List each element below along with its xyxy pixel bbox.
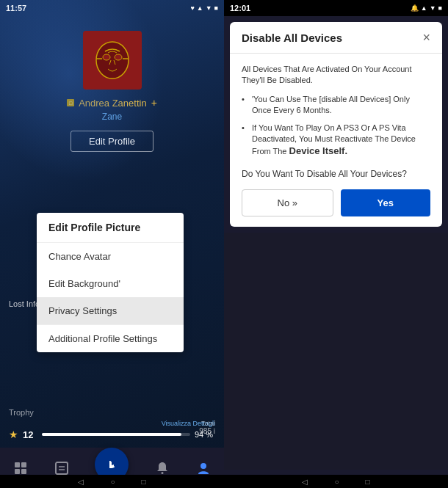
svg-point-14 <box>162 472 164 474</box>
trophy-progress-fill <box>42 433 181 436</box>
svg-point-0 <box>96 42 129 79</box>
dialog-close-button[interactable]: × <box>422 31 430 44</box>
dropdown-item-avatar[interactable]: Chance Avatar <box>37 243 184 270</box>
status-bar-right: 12:01 🔔 ▲ ▼ ■ <box>224 0 448 16</box>
ps-plus-small-icon: □ <box>67 99 74 106</box>
dialog-body: All Devices That Are Activated On Your A… <box>230 54 442 227</box>
wifi-right-icon: ▲ <box>421 4 427 12</box>
dialog-bullet-2: If You Want To Play On A PS3 Or A PS Vit… <box>242 123 430 159</box>
trophy-star-icon: ★ <box>9 429 18 440</box>
avatar-frame <box>83 31 142 90</box>
time-right: 12:01 <box>230 4 250 12</box>
trophy-label: Trophy <box>9 408 215 417</box>
recents-button-right[interactable]: □ <box>366 478 370 486</box>
svg-point-1 <box>103 54 110 60</box>
status-icons-right: 🔔 ▲ ▼ ■ <box>411 4 442 12</box>
trophy-section: Trophy Visualizza Dettagli ★ 12 94 % <box>0 408 224 440</box>
android-nav-right: ◁ ○ □ <box>224 475 448 488</box>
dropdown-item-background[interactable]: Edit Background' <box>37 270 184 297</box>
dialog-intro-text: All Devices That Are Activated On Your A… <box>242 64 430 87</box>
svg-point-2 <box>115 54 122 60</box>
trophy-total-section: Total 985 i <box>199 420 215 435</box>
android-nav-left: ◁ ○ □ <box>0 475 224 488</box>
recents-button[interactable]: □ <box>142 478 146 486</box>
games-icon <box>13 461 28 476</box>
svg-rect-11 <box>56 462 68 474</box>
trophy-progress-bar <box>42 433 190 436</box>
right-panel: 12:01 🔔 ▲ ▼ ■ Disable All Devices × All … <box>224 0 448 488</box>
disable-devices-dialog: Disable All Devices × All Devices That A… <box>230 22 442 227</box>
dialog-title: Disable All Devices <box>242 32 342 44</box>
trophy-row: ★ 12 94 % <box>9 429 215 440</box>
nav-notifications[interactable] <box>155 461 170 476</box>
status-bar-left: 11:57 ♥ ▲ ▼ ■ <box>0 0 224 16</box>
yes-button[interactable]: Yes <box>341 189 431 216</box>
back-button[interactable]: ◁ <box>78 478 84 486</box>
nav-games[interactable] <box>13 461 28 476</box>
left-panel: 11:57 ♥ ▲ ▼ ■ <box>0 0 224 488</box>
svg-rect-7 <box>15 462 20 467</box>
avatar-area: □ Andrea Zanettin + Zane Edit Profile <box>0 16 224 158</box>
username-text: Andrea Zanettin <box>79 98 147 109</box>
playstation-logo-icon <box>104 456 120 473</box>
no-button[interactable]: No » <box>242 189 333 216</box>
back-button-right[interactable]: ◁ <box>302 478 308 486</box>
avatar-image <box>90 38 134 82</box>
right-bg-fill <box>224 233 448 470</box>
notifications-icon <box>155 461 170 476</box>
friends-icon <box>54 461 69 476</box>
nav-profile[interactable] <box>196 461 211 476</box>
dialog-header: Disable All Devices × <box>230 22 442 54</box>
dialog-button-row: No » Yes <box>242 189 430 216</box>
battery-right-icon: ■ <box>438 4 442 12</box>
svg-rect-10 <box>21 469 26 474</box>
dropdown-title: Edit Profile Picture <box>37 213 184 243</box>
heart-icon: ♥ <box>190 4 194 12</box>
status-icons-left: ♥ ▲ ▼ ■ <box>190 4 218 12</box>
bell-icon: 🔔 <box>411 4 419 12</box>
trophy-total-value: 985 i <box>199 427 215 435</box>
time-left: 11:57 <box>6 4 26 12</box>
dialog-bullet-1: 'You Can Use The [disable All Devices] O… <box>242 94 430 117</box>
svg-rect-8 <box>21 462 26 467</box>
home-button[interactable]: ○ <box>110 478 115 486</box>
trophy-total-label: Total <box>199 420 215 427</box>
dropdown-item-privacy[interactable]: Privacy Settings <box>37 297 184 324</box>
plus-icon: + <box>151 97 157 109</box>
gamertag-text: Zane <box>102 112 122 122</box>
signal-icon: ▼ <box>206 4 212 12</box>
wifi-icon: ▲ <box>197 4 203 12</box>
profile-nav-icon <box>196 461 211 476</box>
dialog-bullet-2-bold: Device Itself. <box>289 145 348 156</box>
edit-profile-button[interactable]: Edit Profile <box>71 131 153 152</box>
dropdown-menu: Edit Profile Picture Chance Avatar Edit … <box>37 213 184 352</box>
svg-rect-9 <box>15 469 20 474</box>
dropdown-item-additional[interactable]: Additional Profile Settings <box>37 324 184 352</box>
signal-right-icon: ▼ <box>430 4 436 12</box>
home-button-right[interactable]: ○ <box>334 478 339 486</box>
battery-icon: ■ <box>214 4 218 12</box>
trophy-count: 12 <box>23 429 37 440</box>
dialog-question-text: Do You Want To Disable All Your Devices? <box>242 169 430 179</box>
nav-friends[interactable] <box>54 461 69 476</box>
username-row: □ Andrea Zanettin + <box>67 97 157 109</box>
svg-point-15 <box>200 463 206 469</box>
dialog-bullet-list: 'You Can Use The [disable All Devices] O… <box>242 94 430 159</box>
